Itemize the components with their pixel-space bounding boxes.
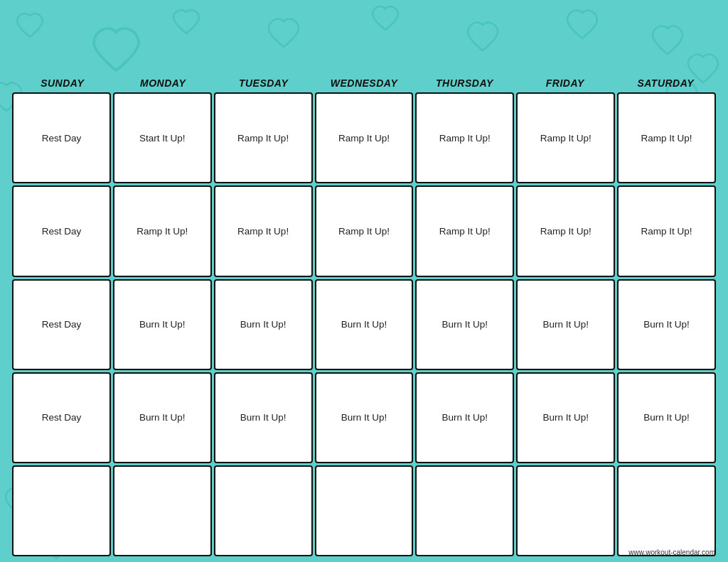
cell-label: Ramp It Up! <box>439 132 491 145</box>
calendar-cell-week5-thursday <box>415 465 514 556</box>
calendar-cell-week3-friday: Burn It Up! <box>516 279 615 370</box>
calendar-cell-week5-wednesday <box>315 465 414 556</box>
calendar-cell-week3-sunday: Rest Day <box>12 279 111 370</box>
calendar-cell-week3-saturday: Burn It Up! <box>617 279 716 370</box>
calendar-cell-week4-thursday: Burn It Up! <box>415 372 514 463</box>
cell-label: Burn It Up! <box>341 411 387 424</box>
watermark: www.workout-calendar.com <box>628 549 715 556</box>
cell-label: Burn It Up! <box>139 318 186 331</box>
day-header-saturday: SATURDAY <box>616 75 716 91</box>
calendar-cell-week2-tuesday: Ramp It Up! <box>214 185 313 276</box>
calendar-cell-week1-tuesday: Ramp It Up! <box>214 92 313 183</box>
calendar-cell-week5-monday <box>113 465 212 556</box>
cell-label: Burn It Up! <box>341 318 387 331</box>
calendar-cell-week1-thursday: Ramp It Up! <box>415 92 514 183</box>
cell-label: Rest Day <box>42 132 82 145</box>
calendar-cell-week2-sunday: Rest Day <box>12 185 111 276</box>
cell-label: Burn It Up! <box>442 411 488 424</box>
cell-label: Ramp It Up! <box>237 132 289 145</box>
cell-label: Start It Up! <box>139 132 186 145</box>
cell-label: Ramp It Up! <box>641 132 692 145</box>
cell-label: Burn It Up! <box>240 318 287 331</box>
cell-label: Ramp It Up! <box>540 132 592 145</box>
calendar-cell-week3-monday: Burn It Up! <box>113 279 212 370</box>
cell-label: Ramp It Up! <box>641 225 692 238</box>
calendar-cell-week4-wednesday: Burn It Up! <box>315 372 414 463</box>
calendar-cell-week4-friday: Burn It Up! <box>516 372 615 463</box>
cell-label: Burn It Up! <box>542 318 589 331</box>
calendar-cell-week2-monday: Ramp It Up! <box>113 185 212 276</box>
calendar-cell-week1-saturday: Ramp It Up! <box>617 92 716 183</box>
day-header-sunday: SUNDAY <box>12 75 112 91</box>
cell-label: Burn It Up! <box>542 411 589 424</box>
day-headers-row: SUNDAYMONDAYTUESDAYWEDNESDAYTHURSDAYFRID… <box>12 75 716 91</box>
calendar-cell-week4-sunday: Rest Day <box>12 372 111 463</box>
calendar-cell-week3-tuesday: Burn It Up! <box>214 279 313 370</box>
calendar: SUNDAYMONDAYTUESDAYWEDNESDAYTHURSDAYFRID… <box>12 75 716 562</box>
cell-label: Burn It Up! <box>139 411 186 424</box>
cell-label: Rest Day <box>42 225 82 238</box>
page-header <box>0 0 728 75</box>
day-header-thursday: THURSDAY <box>414 75 515 91</box>
calendar-cell-week3-thursday: Burn It Up! <box>415 279 514 370</box>
calendar-cell-week2-saturday: Ramp It Up! <box>617 185 716 276</box>
cell-label: Burn It Up! <box>643 411 690 424</box>
cell-label: Ramp It Up! <box>540 225 592 238</box>
cell-label: Burn It Up! <box>240 411 287 424</box>
cell-label: Ramp It Up! <box>237 225 289 238</box>
calendar-cell-week4-monday: Burn It Up! <box>113 372 212 463</box>
calendar-cell-week4-tuesday: Burn It Up! <box>214 372 313 463</box>
day-header-friday: FRIDAY <box>515 75 615 91</box>
calendar-cell-week1-sunday: Rest Day <box>12 92 111 183</box>
calendar-cell-week5-sunday <box>12 465 111 556</box>
cell-label: Ramp It Up! <box>439 225 491 238</box>
day-header-wednesday: WEDNESDAY <box>314 75 414 91</box>
calendar-grid: Rest DayStart It Up!Ramp It Up!Ramp It U… <box>12 92 716 556</box>
cell-label: Burn It Up! <box>442 318 488 331</box>
calendar-cell-week1-monday: Start It Up! <box>113 92 212 183</box>
day-header-tuesday: TUESDAY <box>213 75 314 91</box>
day-header-monday: MONDAY <box>112 75 213 91</box>
calendar-cell-week5-friday <box>516 465 615 556</box>
cell-label: Ramp It Up! <box>136 225 188 238</box>
calendar-cell-week2-wednesday: Ramp It Up! <box>315 185 414 276</box>
cell-label: Burn It Up! <box>643 318 690 331</box>
calendar-cell-week2-thursday: Ramp It Up! <box>415 185 514 276</box>
calendar-cell-week3-wednesday: Burn It Up! <box>315 279 414 370</box>
cell-label: Ramp It Up! <box>338 225 390 238</box>
calendar-cell-week1-friday: Ramp It Up! <box>516 92 615 183</box>
cell-label: Rest Day <box>42 318 82 331</box>
calendar-cell-week5-tuesday <box>214 465 313 556</box>
page: SUNDAYMONDAYTUESDAYWEDNESDAYTHURSDAYFRID… <box>0 0 728 562</box>
cell-label: Ramp It Up! <box>338 132 390 145</box>
calendar-cell-week2-friday: Ramp It Up! <box>516 185 615 276</box>
calendar-cell-week1-wednesday: Ramp It Up! <box>315 92 414 183</box>
calendar-cell-week5-saturday <box>617 465 716 556</box>
cell-label: Rest Day <box>42 411 82 424</box>
calendar-cell-week4-saturday: Burn It Up! <box>617 372 716 463</box>
